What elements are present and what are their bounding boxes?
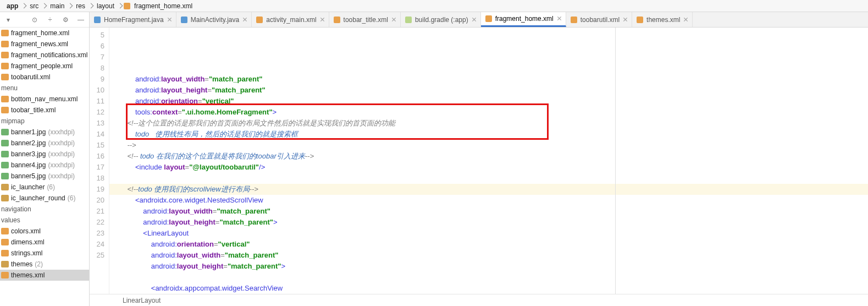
tree-item[interactable]: fragment_notifications.xml (0, 50, 89, 61)
code-content[interactable]: android:layout_width="match_parent" andr… (109, 28, 868, 294)
close-icon[interactable] (320, 18, 324, 22)
code-line: <androidx.appcompat.widget.SearchView (109, 283, 868, 294)
xml-icon (1, 272, 9, 278)
xml-file-icon (485, 15, 492, 22)
tree-item[interactable]: banner3.jpg(xxxhdpi) (0, 149, 89, 160)
editor-tab[interactable]: fragment_home.xml (481, 12, 566, 27)
code-line: --> (109, 140, 868, 151)
breadcrumb-item[interactable]: res (74, 2, 87, 10)
img-icon (1, 173, 9, 179)
tab-label: fragment_home.xml (495, 15, 554, 23)
tree-item-label: menu (1, 84, 18, 92)
img-icon (1, 162, 9, 168)
tree-item[interactable]: themes.xml (0, 270, 89, 281)
tree-item[interactable]: fragment_people.xml (0, 61, 89, 72)
tab-label: build.gradle (:app) (415, 16, 468, 24)
close-icon[interactable] (391, 18, 396, 22)
gear-icon[interactable]: ⚙ (62, 16, 69, 24)
code-area[interactable]: 5678910111213141516171819202122232425 an… (90, 28, 868, 294)
tree-item-hint: (xxxhdpi) (48, 172, 75, 180)
tree-item-label: values (1, 216, 20, 224)
xml-icon (1, 74, 9, 80)
code-line (109, 173, 868, 184)
tree-item[interactable]: banner4.jpg(xxxhdpi) (0, 160, 89, 171)
project-tree[interactable]: fragment_home.xmlfragment_news.xmlfragme… (0, 28, 89, 306)
tree-item[interactable]: colors.xml (0, 226, 89, 237)
tree-item[interactable]: banner1.jpg(xxxhdpi) (0, 127, 89, 138)
tree-item[interactable]: bottom_nav_menu.xml (0, 94, 89, 105)
tree-item[interactable]: navigation (0, 204, 89, 215)
folder-icon (1, 195, 9, 201)
tree-item-label: ic_launcher_round (11, 194, 65, 202)
code-line: tools:context=".ui.home.HomeFragment"> (109, 107, 868, 118)
chevron-right-icon (118, 3, 123, 9)
editor-tab[interactable]: themes.xml (632, 12, 693, 27)
hide-icon[interactable]: — (77, 16, 85, 24)
editor-tab[interactable]: toobarutil.xml (566, 12, 632, 27)
close-icon[interactable] (683, 18, 688, 22)
tree-item-label: colors.xml (11, 227, 41, 235)
chevron-down-icon[interactable]: ▾ (4, 16, 12, 24)
tree-item[interactable]: fragment_news.xml (0, 39, 89, 50)
tree-item[interactable]: mipmap (0, 116, 89, 127)
tree-item-label: strings.xml (11, 249, 42, 257)
folder-icon (1, 184, 9, 190)
chevron-right-icon (42, 3, 47, 9)
tab-label: HomeFragment.java (104, 16, 164, 24)
c-file-icon (181, 17, 187, 23)
close-icon[interactable] (242, 18, 247, 22)
breadcrumb-item[interactable]: src (27, 2, 41, 10)
c-file-icon (94, 17, 101, 23)
tab-label: themes.xml (646, 16, 680, 24)
editor-tab[interactable]: HomeFragment.java (90, 12, 176, 27)
editor-breadcrumb[interactable]: LinearLayout (90, 294, 868, 306)
tree-item-label: mipmap (1, 117, 25, 125)
tree-item-hint: (xxxhdpi) (48, 128, 75, 136)
divide-icon[interactable]: ÷ (46, 16, 54, 24)
tree-item[interactable]: toobar_title.xml (0, 105, 89, 116)
tree-item[interactable]: menu (0, 83, 89, 94)
breadcrumb-item[interactable]: fragment_home.xml (132, 2, 195, 10)
tree-item[interactable]: ic_launcher(6) (0, 182, 89, 193)
editor-tab[interactable]: MainActivity.java (176, 12, 252, 27)
tree-item[interactable]: values (0, 215, 89, 226)
code-line: <LinearLayout (109, 228, 868, 239)
chevron-right-icon (89, 3, 94, 9)
breadcrumb-item[interactable]: main (48, 2, 67, 10)
close-icon[interactable] (472, 18, 476, 22)
code-line: <!--todo 使用我们的scrollview进行布局--> (109, 184, 868, 195)
select-opened-icon[interactable]: ⊙ (31, 16, 38, 24)
tree-item[interactable]: fragment_home.xml (0, 28, 89, 39)
tree-item[interactable]: banner2.jpg(xxxhdpi) (0, 138, 89, 149)
tree-item[interactable]: strings.xml (0, 248, 89, 259)
xml-icon (1, 239, 9, 245)
close-icon[interactable] (557, 17, 561, 21)
tree-item-label: fragment_home.xml (11, 29, 69, 37)
tab-label: toobar_title.xml (344, 16, 388, 24)
tree-item[interactable]: themes(2) (0, 259, 89, 270)
xml-icon (1, 96, 9, 102)
close-icon[interactable] (623, 18, 627, 22)
tree-item[interactable]: ic_launcher_round(6) (0, 193, 89, 204)
close-icon[interactable] (167, 18, 172, 22)
xml-icon (1, 52, 9, 58)
tree-item-label: navigation (1, 205, 31, 213)
xml-file-icon (124, 3, 130, 9)
xml-icon (1, 63, 9, 69)
xml-icon (1, 107, 9, 113)
editor-right-margin (615, 28, 616, 294)
breadcrumb: app src main res layout fragment_home.xm… (0, 0, 868, 12)
code-line: android:orientation="vertical" (109, 239, 868, 250)
tree-item[interactable]: dimens.xml (0, 237, 89, 248)
editor-tab[interactable]: toobar_title.xml (329, 12, 401, 27)
tree-item-label: fragment_news.xml (11, 40, 68, 48)
img-icon (1, 151, 9, 157)
tree-item[interactable]: toobarutil.xml (0, 72, 89, 83)
code-line: android:layout_width="match_parent" (109, 74, 868, 85)
editor-tab[interactable]: activity_main.xml (252, 12, 329, 27)
editor-tab[interactable]: build.gradle (:app) (401, 12, 481, 27)
breadcrumb-item[interactable]: layout (95, 2, 117, 10)
breadcrumb-item[interactable]: app (4, 2, 20, 10)
tree-item[interactable]: banner5.jpg(xxxhdpi) (0, 171, 89, 182)
tree-item-label: bottom_nav_menu.xml (11, 95, 78, 103)
